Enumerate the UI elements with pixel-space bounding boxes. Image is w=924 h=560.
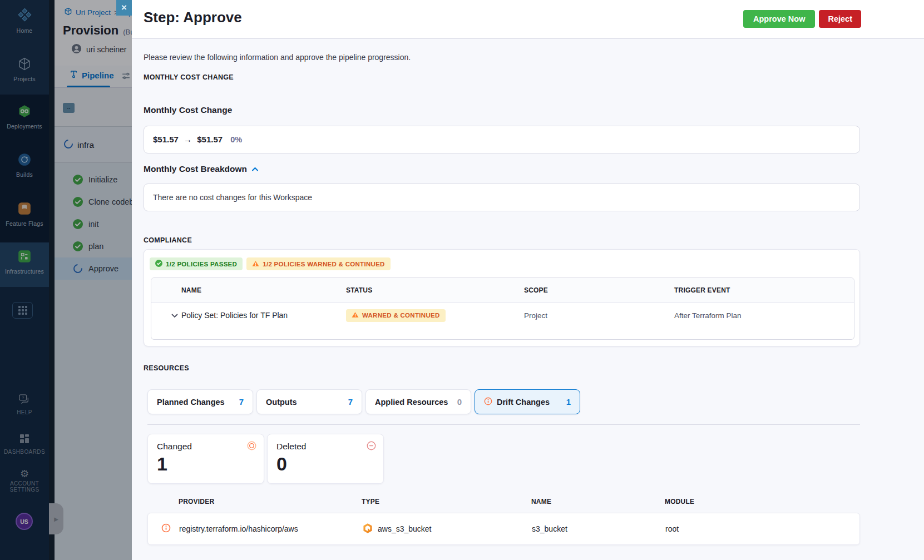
section-label-monthly-cost: MONTHLY COST CHANGE bbox=[144, 73, 860, 81]
chevron-down-icon[interactable] bbox=[171, 311, 178, 320]
policy-set-name: Policy Set: Policies for TF Plan bbox=[181, 311, 288, 320]
tab-outputs[interactable]: Outputs 7 bbox=[256, 389, 362, 414]
cost-breakdown-empty-card: There are no cost changes for this Works… bbox=[144, 184, 860, 211]
policies-passed-label: 1/2 POLICIES PASSED bbox=[166, 261, 237, 267]
tab-label: Drift Changes bbox=[497, 398, 550, 407]
drawer-header: Step: Approve Approve Now Reject bbox=[132, 0, 924, 39]
resource-type: aws_s3_bucket bbox=[378, 524, 432, 533]
resources-divider bbox=[147, 424, 860, 425]
drift-info-icon bbox=[161, 523, 171, 534]
cost-breakdown-heading: Monthly Cost Breakdown bbox=[144, 164, 247, 174]
stat-label: Deleted bbox=[276, 442, 306, 452]
policies-warned-badge: 1/2 POLICIES WARNED & CONTINUED bbox=[246, 257, 391, 270]
policies-warned-label: 1/2 POLICIES WARNED & CONTINUED bbox=[263, 261, 385, 267]
policy-table: NAME STATUS SCOPE TRIGGER EVENT Policy S… bbox=[151, 277, 854, 340]
drift-stat-cards: Changed 1 Deleted 0 bbox=[147, 434, 384, 484]
cost-to: $51.57 bbox=[197, 135, 223, 144]
app-root: Home Projects Deployments Builds Feature bbox=[0, 0, 924, 560]
stat-label: Changed bbox=[157, 442, 192, 452]
col-scope: SCOPE bbox=[524, 286, 674, 294]
section-label-resources: RESOURCES bbox=[144, 364, 860, 372]
col-module: MODULE bbox=[665, 498, 860, 506]
col-name: NAME bbox=[151, 286, 346, 294]
close-icon: × bbox=[121, 2, 127, 13]
tab-count: 7 bbox=[348, 397, 353, 407]
drift-info-icon bbox=[484, 397, 492, 407]
resource-name: s3_bucket bbox=[532, 524, 665, 533]
tab-applied-resources[interactable]: Applied Resources 0 bbox=[365, 389, 471, 414]
changed-stat-card: Changed 1 bbox=[147, 434, 264, 484]
drift-table-row[interactable]: registry.terraform.io/hashicorp/aws aws_… bbox=[147, 513, 860, 545]
approve-now-button[interactable]: Approve Now bbox=[743, 10, 815, 28]
tab-drift-changes[interactable]: Drift Changes 1 bbox=[475, 389, 580, 414]
warned-continued-badge: WARNED & CONTINUED bbox=[346, 309, 446, 322]
minus-circle-icon bbox=[367, 441, 376, 453]
compliance-badges: 1/2 POLICIES PASSED 1/2 POLICIES WARNED … bbox=[150, 257, 391, 270]
approve-step-drawer: Step: Approve Approve Now Reject Please … bbox=[132, 0, 924, 560]
policies-passed-badge: 1/2 POLICIES PASSED bbox=[150, 257, 243, 270]
policy-table-header: NAME STATUS SCOPE TRIGGER EVENT bbox=[151, 278, 854, 303]
review-intro-text: Please review the following information … bbox=[144, 53, 860, 62]
resource-tabs: Planned Changes 7 Outputs 7 Applied Reso… bbox=[147, 389, 580, 414]
reject-button[interactable]: Reject bbox=[819, 10, 861, 28]
tab-label: Applied Resources bbox=[375, 398, 448, 407]
col-type: TYPE bbox=[362, 498, 531, 506]
compliance-card: 1/2 POLICIES PASSED 1/2 POLICIES WARNED … bbox=[144, 249, 860, 346]
col-status: STATUS bbox=[346, 286, 524, 294]
cost-from: $51.57 bbox=[153, 135, 179, 144]
check-circle-icon bbox=[155, 260, 162, 268]
changed-circle-icon bbox=[247, 441, 256, 453]
tab-count: 0 bbox=[457, 397, 462, 407]
warning-triangle-icon bbox=[352, 311, 359, 319]
arrow-right-icon: → bbox=[181, 135, 195, 144]
warned-continued-label: WARNED & CONTINUED bbox=[362, 312, 440, 319]
resource-module: root bbox=[665, 524, 859, 533]
policy-trigger-event: After Terraform Plan bbox=[674, 311, 854, 320]
col-provider: PROVIDER bbox=[147, 498, 362, 506]
section-label-compliance: COMPLIANCE bbox=[144, 236, 860, 244]
tab-label: Planned Changes bbox=[157, 398, 225, 407]
policy-scope: Project bbox=[524, 311, 674, 320]
tab-count: 7 bbox=[239, 397, 244, 407]
col-trigger-event: TRIGGER EVENT bbox=[674, 286, 854, 294]
policy-table-row[interactable]: Policy Set: Policies for TF Plan WARNED … bbox=[151, 303, 854, 328]
drawer-actions: Approve Now Reject bbox=[743, 10, 861, 28]
drift-table-header: PROVIDER TYPE NAME MODULE bbox=[147, 498, 860, 506]
cost-breakdown-toggle[interactable]: Monthly Cost Breakdown bbox=[144, 164, 860, 174]
tab-count: 1 bbox=[566, 397, 571, 407]
stat-value: 1 bbox=[157, 453, 167, 475]
chevron-up-icon bbox=[251, 164, 259, 174]
tab-planned-changes[interactable]: Planned Changes 7 bbox=[147, 389, 253, 414]
monthly-cost-change-heading: Monthly Cost Change bbox=[144, 105, 860, 115]
cost-percent: 0% bbox=[230, 135, 242, 144]
col-name: NAME bbox=[531, 498, 665, 506]
warning-triangle-icon bbox=[252, 260, 259, 268]
cost-change-card: $51.57 → $51.57 0% bbox=[144, 126, 860, 153]
tab-label: Outputs bbox=[266, 398, 297, 407]
drawer-title: Step: Approve bbox=[144, 9, 242, 26]
drawer-body: Please review the following information … bbox=[132, 39, 924, 560]
deleted-stat-card: Deleted 0 bbox=[267, 434, 384, 484]
aws-provider-hexagon-icon bbox=[362, 523, 373, 536]
resource-provider: registry.terraform.io/hashicorp/aws bbox=[179, 524, 298, 533]
drawer-close-button[interactable]: × bbox=[116, 0, 132, 16]
stat-value: 0 bbox=[276, 453, 287, 475]
